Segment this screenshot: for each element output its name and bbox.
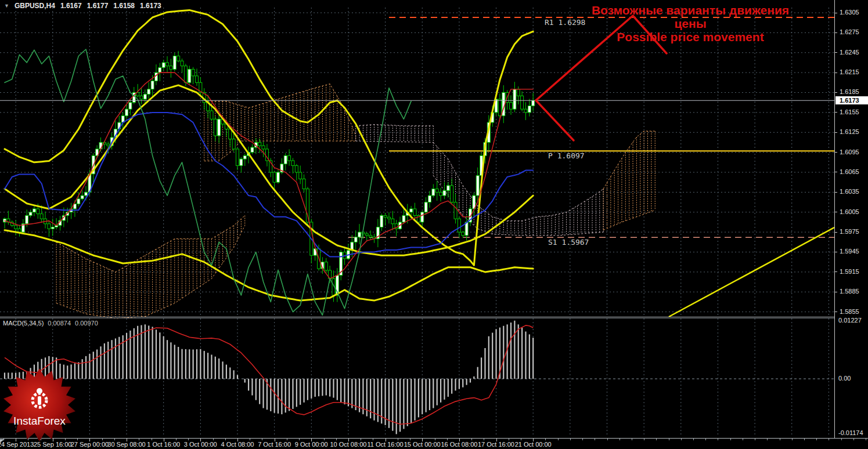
quote-low: 1.6158	[113, 2, 135, 10]
pivot-r1-label: R1 1.6298	[545, 18, 585, 27]
chart-window: R1 1.6298P 1.6097S1 1.5967 ▼ GBPUSD,H4 1…	[0, 0, 868, 449]
time-tick-minor	[250, 439, 250, 440]
quote-close: 1.6173	[140, 2, 161, 10]
time-tick-minor	[730, 439, 731, 440]
time-tick-minor	[558, 439, 559, 440]
pivot-s1-label: S1 1.5967	[548, 238, 589, 247]
time-axis[interactable]: 24 Sep 201325 Sep 16:0027 Sep 00:0030 Se…	[0, 438, 868, 449]
time-tick-minor	[620, 439, 620, 440]
time-tick-minor	[398, 439, 398, 440]
time-tick-minor	[767, 439, 768, 440]
time-tick-minor	[582, 439, 583, 440]
price-tick	[835, 172, 837, 172]
time-tick-minor	[816, 439, 817, 440]
time-axis-label: 9 Oct 00:00	[295, 441, 328, 448]
time-tick-minor	[361, 439, 361, 440]
price-tick	[835, 132, 837, 133]
time-tick-minor	[521, 439, 521, 440]
time-tick-minor	[656, 439, 657, 440]
time-tick-minor	[804, 439, 805, 440]
macd-scale-bottom: -0.01174	[838, 429, 863, 436]
bollinger-lower	[5, 230, 533, 300]
time-tick-minor	[410, 439, 410, 440]
price-axis-label: 1.6305	[840, 9, 859, 16]
time-tick-minor	[509, 439, 509, 440]
time-axis-label: 21 Oct 00:00	[515, 441, 552, 448]
instaforex-logo: InstaForex	[1, 368, 78, 446]
time-tick-minor	[152, 439, 152, 440]
time-tick-minor	[595, 439, 595, 440]
time-tick-minor	[287, 439, 287, 440]
price-axis-label: 1.6245	[840, 49, 859, 56]
price-axis-label: 1.6155	[840, 108, 859, 115]
chart-title: ▼ GBPUSD,H4 1.6167 1.6177 1.6158 1.6173	[4, 2, 161, 10]
time-tick-minor	[743, 439, 743, 440]
time-tick-minor	[669, 439, 669, 440]
macd-scale-zero: 0.00	[838, 375, 851, 382]
candles-layer	[3, 51, 535, 302]
time-tick-minor	[447, 439, 448, 440]
pivot-p-label: P 1.6097	[548, 151, 585, 160]
oscillator-line	[5, 49, 411, 315]
price-axis-label: 1.6215	[840, 68, 859, 75]
time-tick-minor	[262, 439, 262, 440]
price-axis-label: 1.5855	[840, 308, 859, 315]
kijun-sen	[5, 113, 533, 257]
price-axis[interactable]: 1.6173 0.01227 0.00 -0.01174 1.63051.627…	[834, 0, 868, 438]
price-axis-label: 1.6185	[840, 88, 859, 95]
symbol-dropdown-icon[interactable]: ▼	[4, 3, 9, 9]
macd-indicator-label: MACD(5,34,5) 0.00874 0.00970	[3, 320, 98, 327]
price-axis-label: 1.5975	[840, 228, 859, 235]
price-axis-label: 1.6095	[840, 149, 859, 155]
time-tick-minor	[435, 439, 435, 440]
time-axis-label: 17 Oct 16:00	[478, 441, 514, 448]
macd-signal-line	[5, 325, 533, 424]
time-axis-label: 7 Oct 16:00	[258, 441, 291, 448]
price-axis-label: 1.5945	[840, 248, 859, 255]
price-scenario-arrows[interactable]	[536, 16, 667, 140]
bollinger-upper	[5, 10, 533, 265]
time-tick-minor	[866, 439, 866, 440]
time-tick-minor	[632, 439, 632, 440]
ichimoku-clouds	[56, 84, 655, 318]
price-tick	[835, 112, 837, 113]
price-tick	[835, 312, 837, 312]
current-price-badge: 1.6173	[835, 96, 868, 104]
time-tick-minor	[225, 439, 226, 440]
price-tick	[835, 292, 837, 292]
time-tick-minor	[373, 439, 373, 440]
time-tick-minor	[484, 439, 484, 440]
time-tick-minor	[139, 439, 139, 440]
tenkan-sen	[5, 73, 533, 278]
price-chart-canvas[interactable]: R1 1.6298P 1.6097S1 1.5967	[0, 0, 834, 438]
price-tick	[835, 92, 837, 93]
time-tick-minor	[299, 439, 300, 440]
time-tick-minor	[693, 439, 694, 440]
time-tick-minor	[705, 439, 706, 440]
bollinger-middle	[5, 85, 533, 255]
time-tick-minor	[681, 439, 682, 440]
pivot-lines	[348, 17, 834, 237]
price-tick	[835, 271, 837, 272]
time-axis-label: 30 Sep 08:00	[107, 441, 145, 448]
macd-histogram	[5, 321, 533, 434]
time-tick-minor	[780, 439, 780, 440]
macd-name: MACD(5,34,5)	[3, 320, 44, 327]
time-tick-minor	[607, 439, 608, 440]
price-axis-label: 1.6275	[840, 28, 859, 35]
time-tick-minor	[545, 439, 546, 440]
price-axis-label: 1.6125	[840, 128, 859, 135]
price-axis-label: 1.6005	[840, 208, 859, 215]
time-axis-label: 4 Oct 08:00	[221, 441, 254, 448]
price-axis-label: 1.6035	[840, 188, 859, 195]
time-tick-minor	[644, 439, 644, 440]
macd-scale-top: 0.01227	[838, 317, 862, 324]
price-tick	[835, 13, 837, 13]
time-tick-minor	[188, 439, 189, 440]
price-axis-label: 1.6065	[840, 168, 859, 175]
time-tick-minor	[324, 439, 325, 440]
quote-high: 1.6177	[87, 2, 109, 10]
time-tick-minor	[853, 439, 854, 440]
time-axis-label: 16 Oct 08:00	[441, 441, 477, 448]
time-axis-label: 15 Oct 00:00	[404, 441, 441, 448]
